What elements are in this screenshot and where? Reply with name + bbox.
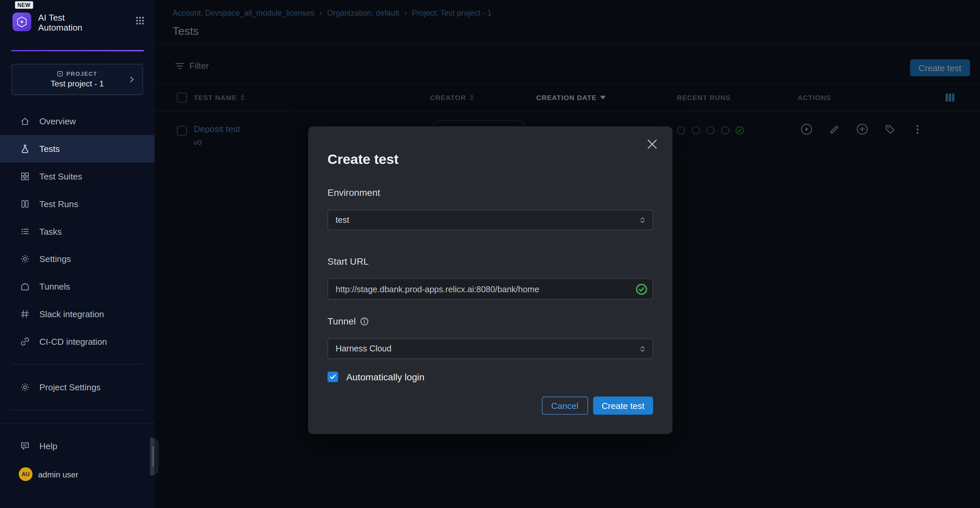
tasks-icon <box>20 226 30 237</box>
slack-icon <box>20 308 30 319</box>
tunnel-value: Harness Cloud <box>336 344 391 353</box>
valid-check-icon <box>635 283 648 295</box>
check-icon <box>329 373 336 380</box>
sidebar-item-label: CI-CD integration <box>40 337 107 347</box>
sidebar-item-test-suites[interactable]: Test Suites <box>0 163 154 190</box>
chat-icon <box>20 441 30 451</box>
sidebar-item-project-settings[interactable]: Project Settings <box>0 373 154 401</box>
brand-accent-line <box>11 50 144 51</box>
sidebar-item-label: Tasks <box>40 227 62 236</box>
project-name: Test project - 1 <box>51 79 103 88</box>
home-icon <box>20 116 30 127</box>
sidebar-nav: Overview Tests Test Suites Test Runs Tas… <box>0 108 154 355</box>
flask-icon <box>20 144 30 154</box>
cancel-button[interactable]: Cancel <box>542 397 588 415</box>
sidebar-item-help[interactable]: Help <box>0 432 154 460</box>
tunnel-label: Tunnel <box>328 316 356 326</box>
create-test-modal: Create test Environment test Start URL T… <box>308 126 673 434</box>
project-icon <box>57 71 64 77</box>
start-url-field-wrap <box>328 278 653 300</box>
app-logo-icon <box>13 13 31 31</box>
auto-login-row[interactable]: Automatically login <box>328 372 425 382</box>
sidebar-item-test-runs[interactable]: Test Runs <box>0 190 154 218</box>
project-label-row: PROJECT <box>57 71 97 77</box>
new-badge: NEW <box>15 1 33 9</box>
sidebar-item-label: Project Settings <box>40 382 101 392</box>
grid-icon <box>20 171 30 182</box>
sidebar-item-label: Help <box>40 441 57 451</box>
auto-login-label: Automatically login <box>346 372 424 382</box>
environment-value: test <box>336 215 349 224</box>
apps-grid-icon[interactable] <box>135 16 144 25</box>
select-chevrons-icon <box>639 344 646 354</box>
sidebar-header: NEW AI Test Automation <box>0 0 154 51</box>
close-icon[interactable] <box>645 137 659 151</box>
sidebar-item-tasks[interactable]: Tasks <box>0 218 154 245</box>
environment-label: Environment <box>328 187 380 198</box>
sidebar-item-tunnels[interactable]: Tunnels <box>0 273 154 300</box>
gear-icon <box>20 254 30 264</box>
sidebar-item-slack-integration[interactable]: Slack integration <box>0 300 154 328</box>
project-label: PROJECT <box>67 71 97 77</box>
avatar: AU <box>19 467 32 481</box>
sidebar-item-settings[interactable]: Settings <box>0 245 154 273</box>
environment-select[interactable]: test <box>328 209 653 230</box>
tunnel-label-row: Tunnel <box>328 316 369 326</box>
sidebar-divider <box>11 364 143 365</box>
sidebar-item-label: Settings <box>40 254 71 264</box>
brand-row: AI Test Automation <box>13 13 145 33</box>
sidebar-item-overview[interactable]: Overview <box>0 108 154 135</box>
user-name: admin user <box>38 470 78 479</box>
link-icon <box>20 336 30 347</box>
sidebar-item-label: Overview <box>40 117 76 126</box>
project-selector[interactable]: PROJECT Test project - 1 <box>11 64 143 95</box>
sidebar-item-cicd-integration[interactable]: CI-CD integration <box>0 328 154 355</box>
sidebar-divider <box>11 410 143 410</box>
auto-login-checkbox[interactable] <box>328 372 338 382</box>
sidebar-item-label: Test Runs <box>40 199 78 209</box>
runs-icon <box>20 198 30 209</box>
sidebar-item-label: Test Suites <box>40 171 83 182</box>
sidebar-item-tests[interactable]: Tests <box>0 135 154 163</box>
select-chevrons-icon <box>639 215 646 225</box>
sidebar: NEW AI Test Automation PROJECT Test <box>0 0 155 508</box>
user-menu[interactable]: AU admin user <box>0 460 154 481</box>
modal-footer: Cancel Create test <box>542 397 653 415</box>
gear-icon <box>20 382 30 393</box>
info-icon[interactable] <box>360 317 369 326</box>
modal-create-test-button[interactable]: Create test <box>593 397 654 415</box>
tunnel-select[interactable]: Harness Cloud <box>328 339 653 359</box>
app-root: NEW AI Test Automation PROJECT Test <box>0 0 980 508</box>
modal-title: Create test <box>328 151 399 168</box>
start-url-label: Start URL <box>328 256 369 266</box>
sidebar-item-label: Tunnels <box>40 281 70 292</box>
chevron-right-icon <box>129 76 135 83</box>
sidebar-item-label: Slack integration <box>40 309 104 319</box>
tunnel-icon <box>20 281 30 292</box>
app-title: AI Test Automation <box>38 13 83 33</box>
sidebar-bottom: Help AU admin user <box>0 423 154 508</box>
sidebar-item-label: Tests <box>40 144 60 154</box>
start-url-input[interactable] <box>328 278 653 300</box>
